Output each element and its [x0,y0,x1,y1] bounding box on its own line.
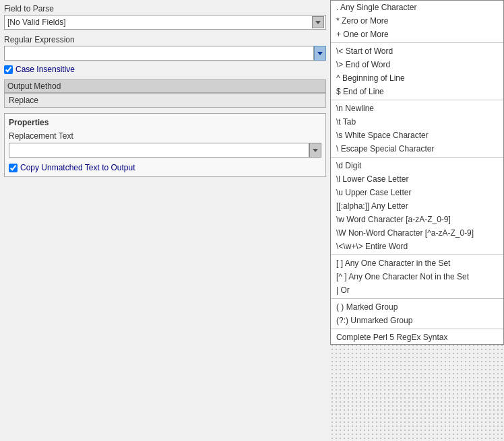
case-insensitive-label: Case Insensitive [15,65,75,74]
copy-unmatched-checkbox[interactable] [9,164,18,172]
dropdown-separator [331,329,503,329]
copy-unmatched-row: Copy Unmatched Text to Output [9,163,321,172]
regex-dropdown-menu: . Any Single Character* Zero or More+ On… [330,0,504,345]
dropdown-item-upper-case[interactable]: \u Upper Case Letter [331,186,503,199]
dropdown-item-end-of-word[interactable]: \> End of Word [331,58,503,71]
dropdown-item-any-one-char-not-set[interactable]: [^ ] Any One Character Not in the Set [331,270,503,283]
dropdown-separator [331,255,503,255]
regex-dropdown-button[interactable] [314,46,326,61]
dropdown-item-marked-group[interactable]: ( ) Marked Group [331,300,503,314]
regex-label: Regular Expression [4,35,326,44]
dropdown-item-zero-or-more[interactable]: * Zero or More [331,14,503,28]
replacement-input[interactable] [9,143,309,158]
dropdown-item-or[interactable]: | Or [331,283,503,297]
field-to-parse-value: [No Valid Fields] [6,18,65,27]
dropdown-item-beginning-of-line[interactable]: ^ Beginning of Line [331,71,503,85]
regex-input-row [4,46,326,61]
dropdown-item-non-word-char[interactable]: \W Non-Word Character [^a-zA-Z_0-9] [331,226,503,240]
dropdown-item-one-or-more[interactable]: + One or More [331,28,503,41]
case-insensitive-row: Case Insensitive [4,65,326,74]
dropdown-separator [331,100,503,100]
field-to-parse-arrow-icon [315,21,321,24]
dropdown-item-tab[interactable]: \t Tab [331,115,503,129]
dropdown-item-perl5-syntax[interactable]: Complete Perl 5 RegEx Syntax [331,331,503,344]
field-to-parse-label: Field to Parse [4,4,326,13]
dropdown-item-end-of-line[interactable]: $ End of Line [331,85,503,98]
properties-section: Properties Replacement Text Copy Unmatch… [4,113,326,177]
regex-dropdown-icon [317,52,323,55]
dropdown-item-lower-case[interactable]: \l Lower Case Letter [331,172,503,186]
dropdown-separator [331,42,503,43]
output-method-label: Output Method [4,79,326,93]
left-panel: Field to Parse [No Valid Fields] Regular… [0,0,330,441]
field-to-parse-arrow[interactable] [312,16,324,28]
dropdown-item-newline[interactable]: \n Newline [331,102,503,115]
dropdown-item-entire-word[interactable]: \<\w+\> Entire Word [331,240,503,253]
dropdown-item-escape-special[interactable]: \ Escape Special Character [331,142,503,156]
replacement-arrow-button[interactable] [309,143,321,158]
dropdown-item-unmarked-group[interactable]: (?:) Unmarked Group [331,314,503,327]
field-to-parse-combo[interactable]: [No Valid Fields] [4,15,326,30]
main-container: Field to Parse [No Valid Fields] Regular… [0,0,504,441]
replacement-arrow-icon [313,149,318,152]
dropdown-separator [331,157,503,158]
dropdown-item-digit[interactable]: \d Digit [331,159,503,172]
regex-input[interactable] [4,46,314,61]
properties-title: Properties [9,118,321,127]
dropdown-separator [331,298,503,299]
replacement-text-label: Replacement Text [9,131,321,141]
dropdown-item-any-single-char[interactable]: . Any Single Character [331,1,503,14]
output-method-value: Replace [4,93,326,108]
case-insensitive-checkbox[interactable] [4,65,13,74]
right-panel: . Any Single Character* Zero or More+ On… [330,0,504,441]
copy-unmatched-label: Copy Unmatched Text to Output [20,163,135,172]
dropdown-item-whitespace[interactable]: \s White Space Character [331,129,503,142]
replacement-row [9,143,321,158]
dropdown-item-any-one-char-set[interactable]: [ ] Any One Character in the Set [331,257,503,270]
dropdown-item-any-letter[interactable]: [[:alpha:]] Any Letter [331,199,503,213]
dropdown-item-start-of-word[interactable]: \< Start of Word [331,44,503,58]
dropdown-item-word-char[interactable]: \w Word Character [a-zA-Z_0-9] [331,213,503,226]
